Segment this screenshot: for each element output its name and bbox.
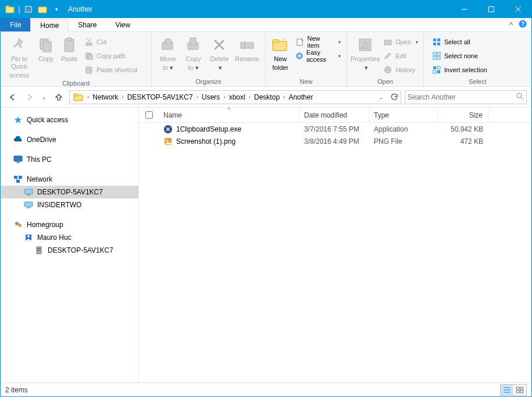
properties-button[interactable]: Properties▾ <box>351 33 380 72</box>
address-history-button[interactable]: ⌄ <box>375 91 388 104</box>
svg-rect-11 <box>43 41 51 52</box>
breadcrumb-network[interactable]: Network <box>90 91 120 104</box>
edit-button[interactable]: Edit <box>381 49 420 62</box>
help-icon[interactable]: ? <box>519 20 527 30</box>
cloud-icon <box>13 135 23 144</box>
tab-view[interactable]: View <box>106 18 140 31</box>
svg-rect-78 <box>516 391 519 393</box>
copy-to-button[interactable]: Copyto▾ <box>181 33 206 72</box>
select-all-button[interactable]: Select all <box>430 36 490 48</box>
select-none-button[interactable]: Select none <box>430 49 490 62</box>
paste-shortcut-button[interactable]: Paste shortcut <box>82 63 140 76</box>
svg-rect-59 <box>24 189 33 194</box>
file-list-pane: Name^ Date modified Type Size 1Clipboard… <box>139 108 531 382</box>
pin-to-quick-access-button[interactable]: Pin to Quickaccess <box>4 33 34 80</box>
move-to-button[interactable]: Moveto▾ <box>155 33 181 72</box>
nav-back-button[interactable] <box>5 90 19 104</box>
file-name: 1ClipboardSetup.exe <box>176 125 241 133</box>
new-folder-button[interactable]: Newfolder <box>269 33 292 72</box>
svg-rect-20 <box>86 67 92 73</box>
chevron-right-icon[interactable]: › <box>195 94 199 100</box>
svg-rect-44 <box>433 66 436 69</box>
view-details-button[interactable] <box>501 385 513 395</box>
chevron-right-icon[interactable]: › <box>86 94 90 100</box>
paste-button[interactable]: Paste <box>58 33 81 63</box>
tree-homegroup-user[interactable]: Mauro Huc <box>1 231 138 244</box>
invert-selection-button[interactable]: Invert selection <box>430 63 490 76</box>
copy-icon <box>37 36 55 54</box>
delete-button[interactable]: Delete▾ <box>206 33 233 72</box>
file-date: 3/8/2016 4:49 PM <box>299 137 369 146</box>
cut-button[interactable]: Cut <box>82 36 140 48</box>
file-row[interactable]: 1ClipboardSetup.exe3/7/2016 7:55 PMAppli… <box>139 123 531 135</box>
search-input[interactable] <box>408 93 516 101</box>
qat-properties-icon[interactable] <box>22 3 35 16</box>
chevron-right-icon[interactable]: › <box>248 94 252 100</box>
file-row[interactable]: Screenshot (1).png3/8/2016 4:49 PMPNG Fi… <box>139 135 531 147</box>
nav-forward-button[interactable] <box>23 90 37 104</box>
tree-this-pc[interactable]: This PC <box>1 153 138 166</box>
column-header-type[interactable]: Type <box>369 108 438 122</box>
maximize-button[interactable] <box>478 1 505 18</box>
search-box[interactable] <box>405 90 527 104</box>
copy-button[interactable]: Copy <box>34 33 58 63</box>
column-header-date[interactable]: Date modified <box>299 108 369 122</box>
svg-rect-77 <box>520 387 523 389</box>
qat-customize-icon[interactable]: ▾ <box>49 3 63 16</box>
tab-share[interactable]: Share <box>69 18 106 31</box>
search-icon[interactable] <box>516 92 524 102</box>
column-header-name[interactable]: Name^ <box>159 108 299 122</box>
history-button[interactable]: History <box>381 63 420 76</box>
tab-home[interactable]: Home <box>30 19 69 32</box>
star-icon <box>13 115 23 125</box>
svg-rect-60 <box>27 194 30 196</box>
tree-onedrive[interactable]: OneDrive <box>1 133 138 146</box>
tree-homegroup[interactable]: Homegroup <box>1 218 138 231</box>
address-bar[interactable]: › Network › DESKTOP-5AV1KC7 › Users › xb… <box>69 90 401 104</box>
svg-rect-69 <box>37 250 41 251</box>
copy-path-button[interactable]: Copy path <box>82 49 140 62</box>
chevron-right-icon[interactable]: › <box>282 94 286 100</box>
new-item-button[interactable]: New item▾ <box>293 36 343 48</box>
svg-rect-19 <box>88 55 92 59</box>
minimize-button[interactable] <box>451 1 478 18</box>
rename-button[interactable]: Rename <box>233 33 262 63</box>
minimize-ribbon-icon[interactable]: ^ <box>509 20 513 29</box>
close-button[interactable] <box>505 1 531 18</box>
easy-access-button[interactable]: Easy access▾ <box>293 49 343 62</box>
open-icon <box>383 37 392 47</box>
breadcrumb-root-icon[interactable] <box>71 91 86 104</box>
edit-icon <box>383 51 392 61</box>
refresh-button[interactable] <box>388 91 401 104</box>
tree-network-computer[interactable]: DESKTOP-5AV1KC7 <box>1 186 138 198</box>
breadcrumb-current[interactable]: Another <box>286 91 315 104</box>
nav-up-button[interactable] <box>52 90 66 104</box>
select-all-icon <box>432 37 441 47</box>
file-type: Application <box>369 125 438 133</box>
history-icon <box>383 65 392 75</box>
chevron-right-icon[interactable]: › <box>222 94 226 100</box>
tree-homegroup-device[interactable]: DESKTOP-5AV1KC7 <box>1 244 138 257</box>
breadcrumb-desktop[interactable]: Desktop <box>252 91 282 104</box>
svg-rect-54 <box>14 176 17 179</box>
qat-newfolder-icon[interactable] <box>35 3 49 16</box>
file-size: 472 KB <box>438 137 489 146</box>
tree-network-computer[interactable]: INSIDERTWO <box>1 198 138 211</box>
breadcrumb-users[interactable]: Users <box>199 91 222 104</box>
view-large-icons-button[interactable] <box>513 385 526 395</box>
svg-line-58 <box>18 179 20 180</box>
breadcrumb-user[interactable]: xboxl <box>227 91 248 104</box>
tab-file[interactable]: File <box>1 18 30 31</box>
svg-point-66 <box>27 235 30 238</box>
svg-rect-3 <box>38 7 47 13</box>
monitor-icon <box>13 155 23 164</box>
tree-network[interactable]: Network <box>1 173 138 186</box>
open-button[interactable]: Open▾ <box>381 36 420 48</box>
select-all-checkbox[interactable] <box>145 111 153 119</box>
file-size: 50,942 KB <box>438 125 489 133</box>
tree-quick-access[interactable]: Quick access <box>1 114 138 126</box>
breadcrumb-computer[interactable]: DESKTOP-5AV1KC7 <box>125 91 195 104</box>
chevron-right-icon[interactable]: › <box>120 94 124 100</box>
nav-recent-button[interactable]: ⌄ <box>40 90 48 104</box>
column-header-size[interactable]: Size <box>438 108 489 122</box>
